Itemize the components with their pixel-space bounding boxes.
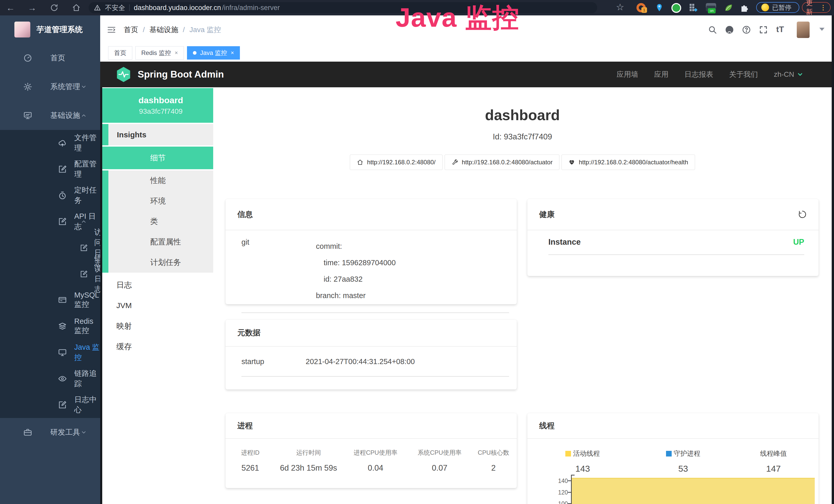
- process-header-row: 进程ID 运行时间 进程CPU使用率 系统CPU使用率 CPU核心数: [225, 449, 517, 457]
- leaf-extension-icon[interactable]: [724, 3, 733, 12]
- sidebar-item-home[interactable]: 首页: [0, 44, 100, 72]
- col-header: 进程CPU使用率: [342, 449, 409, 457]
- sidebar-item-label: Java 监控: [74, 342, 100, 363]
- browser-reload-icon[interactable]: [50, 3, 59, 12]
- menu-item-config-props[interactable]: 配置属性: [108, 232, 213, 252]
- sidebar-item-trace[interactable]: 链路追踪: [0, 366, 100, 392]
- menu-item-jvm[interactable]: JVM: [102, 295, 213, 316]
- close-icon[interactable]: ×: [175, 49, 178, 56]
- pin-extension-icon[interactable]: [655, 3, 664, 13]
- close-icon[interactable]: ×: [231, 49, 234, 56]
- service-url-button[interactable]: http://192.168.0.2:48080/: [350, 155, 443, 170]
- wrench-icon: [452, 159, 458, 166]
- caret-down-icon[interactable]: [819, 28, 825, 31]
- actuator-url-button[interactable]: http://192.168.0.2:48080/actuator: [445, 155, 560, 170]
- app-title: 芋道管理系统: [37, 24, 83, 35]
- menu-item-classes[interactable]: 类: [108, 211, 213, 232]
- chevron-down-icon: [81, 84, 87, 90]
- sidebar-item-redis[interactable]: Redis 监控: [0, 313, 100, 339]
- sba-brand[interactable]: Spring Boot Admin: [116, 66, 224, 83]
- instance-header[interactable]: dashboard 93a3fc7f7409: [108, 88, 213, 123]
- layers-icon: [58, 322, 67, 331]
- bookmark-star-icon[interactable]: ☆: [616, 2, 624, 12]
- panel-edge-shadow: [100, 87, 102, 504]
- sba-locale-select[interactable]: zh-CN: [774, 70, 804, 78]
- tabs-bar: 首页 Redis 监控 × Java 监控 ×: [100, 44, 832, 62]
- avatar[interactable]: [797, 22, 810, 38]
- sba-nav-applications[interactable]: 应用: [654, 70, 668, 79]
- tab-java-monitor[interactable]: Java 监控 ×: [187, 46, 240, 60]
- menu-item-details[interactable]: 细节: [108, 146, 213, 169]
- font-size-icon[interactable]: tT: [776, 25, 784, 34]
- sidebar-item-label: MySQL 监控: [74, 291, 100, 310]
- tab-home[interactable]: 首页: [108, 46, 132, 60]
- grid-extension-icon[interactable]: [689, 3, 698, 12]
- puzzle-extension-icon[interactable]: [740, 3, 749, 12]
- profile-paused-chip[interactable]: 已暂停: [756, 2, 799, 13]
- page-scrollbar[interactable]: [832, 16, 834, 504]
- breadcrumb: 首页 / 基础设施 / Java 监控: [124, 16, 221, 44]
- tab-label: Java 监控: [200, 49, 227, 57]
- extension-badge: 1: [641, 7, 647, 13]
- sidebar-item-config[interactable]: 配置管理: [0, 156, 100, 182]
- legend-label: 守护进程: [674, 449, 700, 458]
- peak-threads-value: 147: [728, 464, 818, 474]
- info-card: 信息 git commit: time: 1596289704000 id: 2…: [225, 199, 517, 304]
- hamburger-icon[interactable]: [107, 25, 116, 35]
- sidebar-item-infra[interactable]: 基础设施: [0, 101, 100, 130]
- update-browser-button[interactable]: 更新 ⋮: [802, 2, 831, 13]
- sba-nav-about[interactable]: 关于我们: [729, 70, 758, 79]
- browser-home-icon[interactable]: [72, 3, 81, 12]
- health-instance-row[interactable]: Instance UP: [548, 237, 804, 255]
- sidebar-item-mysql[interactable]: MySQL 监控: [0, 287, 100, 313]
- sidebar-item-files[interactable]: 文件管理: [0, 130, 100, 156]
- search-icon[interactable]: [708, 25, 717, 35]
- sidebar-item-api-log[interactable]: API 日志: [0, 208, 100, 235]
- menu-item-caches[interactable]: 缓存: [102, 336, 213, 357]
- address-bar[interactable]: 不安全 dashboard.yudao.iocoder.cn/infra/adm…: [89, 2, 597, 13]
- sidebar-item-system[interactable]: 系统管理: [0, 72, 100, 101]
- browser-forward-icon[interactable]: →: [28, 3, 37, 13]
- help-icon[interactable]: [742, 25, 751, 35]
- sidebar-item-error-log[interactable]: 错误日志: [0, 261, 100, 287]
- breadcrumb-home[interactable]: 首页: [124, 25, 138, 35]
- security-label[interactable]: 不安全: [105, 3, 125, 12]
- update-label: 更新: [806, 0, 817, 17]
- sba-nav-wallboard[interactable]: 应用墙: [617, 70, 638, 79]
- menu-item-environment[interactable]: 环境: [108, 191, 213, 211]
- threads-card: 线程 活动线程 守护进程 线程峰值 143 53 147 140 120 100: [527, 413, 818, 504]
- log-edit-icon: [58, 217, 67, 226]
- root-menu: 日志 JVM 映射 缓存: [102, 275, 213, 357]
- menu-section-insights: Insights: [108, 124, 213, 145]
- browser-back-icon[interactable]: ←: [6, 3, 15, 13]
- history-icon[interactable]: [798, 210, 807, 219]
- kebab-menu-icon[interactable]: ⋮: [820, 4, 827, 12]
- infrastructure-icon: [23, 111, 32, 120]
- log-edit-icon: [80, 244, 88, 252]
- green-extension-icon[interactable]: [672, 3, 681, 13]
- sidebar-item-log-center[interactable]: 日志中心: [0, 392, 100, 418]
- menu-item-logs[interactable]: 日志: [102, 275, 213, 295]
- log-edit-icon: [80, 270, 88, 278]
- sidebar-item-jobs[interactable]: 定时任务: [0, 182, 100, 208]
- threads-value-row: 143 53 147: [527, 464, 818, 474]
- sidebar-item-java[interactable]: Java 监控: [0, 339, 100, 366]
- process-cpu: 0.04: [342, 463, 409, 473]
- insights-menu: 性能 环境 类 配置属性 计划任务: [108, 170, 213, 273]
- menu-item-mappings[interactable]: 映射: [102, 316, 213, 336]
- legend-peak: 线程峰值: [728, 449, 818, 458]
- chevron-down-icon: [81, 429, 87, 435]
- menu-item-scheduled-tasks[interactable]: 计划任务: [108, 252, 213, 273]
- breadcrumb-infra[interactable]: 基础设施: [150, 25, 178, 35]
- cloud-upload-icon: [58, 138, 67, 147]
- annotation-text: Java 监控: [396, 0, 519, 36]
- card-title: 信息: [225, 199, 517, 230]
- sidebar-item-devtools[interactable]: 研发工具: [0, 418, 100, 447]
- fullscreen-icon[interactable]: [759, 25, 768, 35]
- health-url-button[interactable]: http://192.168.0.2:48080/actuator/health: [562, 155, 695, 170]
- menu-item-metrics[interactable]: 性能: [108, 170, 213, 191]
- github-icon[interactable]: [725, 25, 734, 35]
- sba-nav-journal[interactable]: 日志报表: [684, 70, 713, 79]
- tab-redis-monitor[interactable]: Redis 监控 ×: [135, 46, 184, 60]
- sidebar-item-access-log[interactable]: 访问日志: [0, 235, 100, 261]
